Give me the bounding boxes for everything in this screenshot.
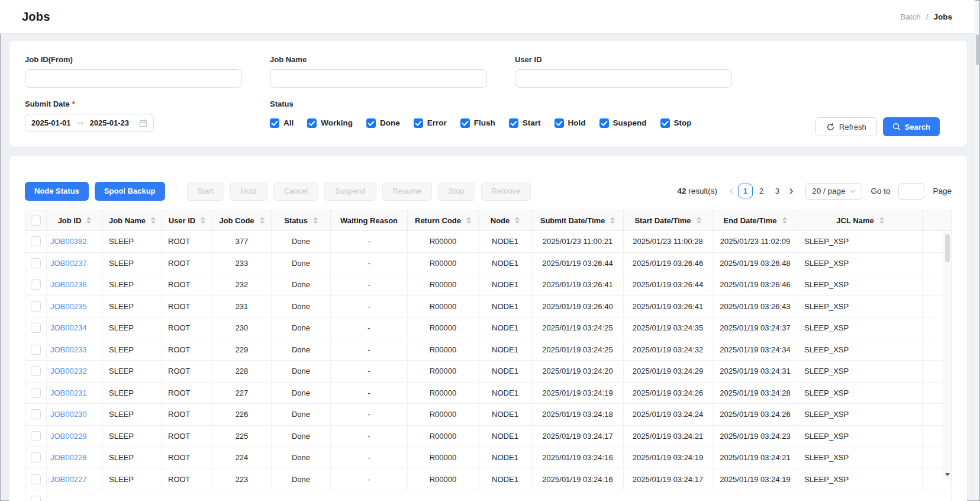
cell-job-id: JOB00235	[47, 296, 103, 317]
table-scrollbar[interactable]	[943, 231, 951, 480]
toolbar-primary-button[interactable]: Node Status	[25, 182, 89, 201]
status-checkbox-option[interactable]: Flush	[460, 118, 495, 128]
next-page-button[interactable]	[785, 184, 797, 198]
column-header-end-date[interactable]: End Date/Time	[713, 210, 798, 230]
column-label: User ID	[169, 216, 196, 225]
cell-jcl-name: SLEEP_XSP	[798, 383, 923, 404]
row-checkbox[interactable]	[31, 258, 41, 268]
job-id-link[interactable]: JOB00235	[50, 302, 86, 311]
column-header-return-code[interactable]: Return Code	[408, 210, 479, 230]
job-id-link[interactable]: JOB00237	[50, 259, 86, 268]
goto-page-input[interactable]	[898, 183, 924, 200]
column-header-status[interactable]: Status	[272, 210, 331, 230]
prev-page-button[interactable]	[726, 184, 737, 198]
date-from-value[interactable]: 2025-01-01	[31, 118, 71, 127]
cell-job-code: 232	[212, 274, 272, 296]
cell-end-date: 2025/01/19 03:24:28	[713, 383, 798, 404]
breadcrumb-parent[interactable]: Batch	[900, 12, 921, 21]
pagination: 1 2 3	[726, 184, 797, 198]
table-row: JOB00234 SLEEP ROOT 230 Done - R00000 NO…	[25, 317, 951, 339]
row-checkbox[interactable]	[31, 474, 41, 484]
result-count-label: result(s)	[688, 187, 717, 195]
job-id-link[interactable]: JOB00382	[50, 237, 86, 246]
status-checkbox-option[interactable]: Suspend	[599, 118, 647, 128]
cell-waiting-reason: -	[331, 447, 408, 468]
row-checkbox[interactable]	[31, 431, 41, 441]
row-checkbox[interactable]	[31, 452, 41, 463]
cell-job-code: 230	[212, 317, 272, 339]
status-checkbox-option[interactable]: Hold	[555, 118, 586, 128]
job-id-link[interactable]: JOB00234	[50, 323, 86, 332]
date-range-picker[interactable]: 2025-01-01 2025-01-23	[25, 114, 154, 132]
row-checkbox[interactable]	[31, 280, 41, 290]
column-header-job-code[interactable]: Job Code	[212, 210, 272, 230]
column-header-job-name[interactable]: Job Name	[103, 210, 162, 230]
job-id-link[interactable]: JOB00230	[50, 410, 86, 419]
cell-job-code: 226	[212, 404, 272, 425]
column-header-waiting-reason[interactable]: Waiting Reason	[331, 210, 408, 230]
column-header-node[interactable]: Node	[479, 210, 532, 230]
status-checkbox-option[interactable]: Start	[509, 118, 541, 128]
toolbar-primary-button[interactable]: Spool Backup	[95, 182, 165, 201]
filter-field-input[interactable]	[25, 69, 242, 88]
column-header-start-date[interactable]: Start Date/Time	[624, 210, 713, 230]
cell-waiting-reason: -	[331, 317, 408, 339]
page-number-button[interactable]: 2	[754, 184, 769, 198]
page-number-button[interactable]: 1	[738, 184, 753, 198]
cell-job-id: JOB00234	[47, 317, 103, 339]
filter-field-input[interactable]	[515, 69, 732, 88]
status-checkbox-option[interactable]: Error	[414, 118, 447, 128]
filter-field-input[interactable]	[270, 69, 487, 88]
row-checkbox[interactable]	[31, 323, 41, 333]
cell-status: Done	[272, 296, 331, 317]
column-header-jcl-name[interactable]: JCL Name	[798, 210, 923, 230]
refresh-button[interactable]: Refresh	[815, 117, 877, 136]
select-all-checkbox[interactable]	[31, 216, 41, 226]
cell-status: Done	[272, 274, 331, 296]
result-count: 42 result(s)	[678, 187, 718, 195]
cell-end-date: 2025/01/19 03:24:19	[713, 469, 798, 490]
row-checkbox[interactable]	[31, 366, 41, 376]
table-scrollbar-thumb[interactable]	[945, 234, 950, 262]
column-header-user-id[interactable]: User ID	[162, 210, 212, 230]
cell-job-id: JOB00237	[47, 253, 103, 274]
job-id-link[interactable]: JOB00233	[50, 345, 86, 354]
window-scrollbar-thumb[interactable]	[976, 34, 979, 65]
job-id-link[interactable]: JOB00227	[50, 475, 86, 484]
toolbar-action-button: Resume	[382, 182, 432, 201]
row-checkbox[interactable]	[31, 409, 41, 419]
status-checkbox-option[interactable]: All	[270, 118, 294, 128]
row-checkbox[interactable]	[31, 388, 41, 398]
window-scrollbar[interactable]	[975, 1, 979, 500]
page-size-select[interactable]: 20 / page	[805, 183, 862, 200]
column-label: Job ID	[58, 216, 82, 225]
job-id-link[interactable]: JOB00231	[50, 388, 86, 397]
page-number-button[interactable]: 3	[770, 184, 785, 198]
job-id-link[interactable]: JOB00232	[50, 367, 86, 375]
job-id-link[interactable]: JOB00236	[50, 280, 86, 289]
table-row: JOB00231 SLEEP ROOT 227 Done - R00000 NO…	[25, 383, 951, 404]
sort-icon	[313, 217, 318, 224]
job-id-link[interactable]: JOB00228	[50, 453, 86, 462]
row-checkbox[interactable]	[31, 236, 41, 246]
status-checkbox-option[interactable]: Done	[366, 118, 400, 128]
cell-jcl-name: SLEEP_XSP	[798, 253, 923, 274]
column-header-submit-date[interactable]: Submit Date/Time	[532, 210, 624, 230]
cell-checkbox	[25, 361, 47, 382]
cell-start-date: 2025/01/19 03:24:35	[624, 317, 713, 339]
job-id-link[interactable]: JOB00229	[50, 432, 86, 441]
chevron-down-icon	[850, 190, 856, 193]
row-checkbox[interactable]	[31, 496, 41, 501]
column-header-job-id[interactable]: Job ID	[47, 210, 103, 230]
row-checkbox[interactable]	[31, 301, 41, 311]
cell-user-id: ROOT	[162, 274, 212, 296]
status-checkbox-option[interactable]: Stop	[660, 118, 692, 128]
row-checkbox[interactable]	[31, 345, 41, 355]
cell-waiting-reason: -	[331, 296, 408, 317]
status-checkbox-option[interactable]: Working	[307, 118, 353, 128]
cell-jcl-name: SLEEP_XSP	[798, 231, 923, 252]
column-label: Submit Date/Time	[540, 216, 605, 225]
filter-actions: Refresh Search	[815, 117, 940, 136]
date-to-value[interactable]: 2025-01-23	[90, 118, 130, 127]
search-button[interactable]: Search	[883, 117, 940, 136]
